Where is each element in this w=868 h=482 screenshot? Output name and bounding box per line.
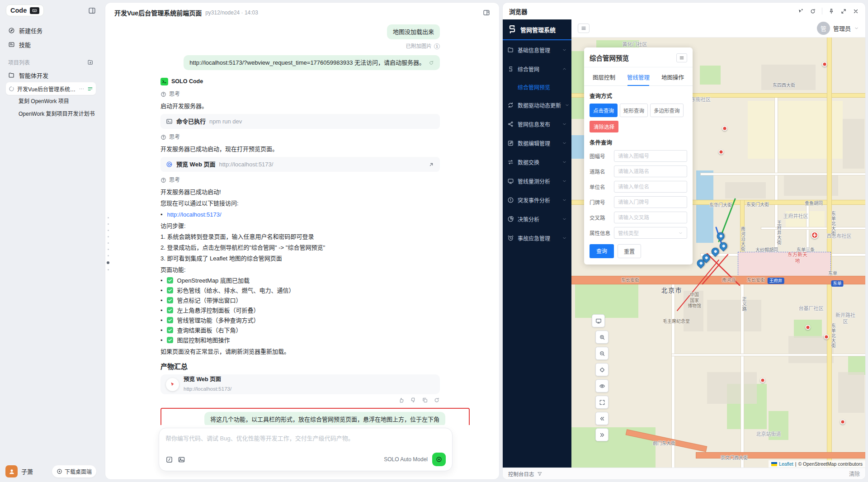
collapse-toolbar-button[interactable]: [595, 412, 609, 425]
mode-polygon-query[interactable]: 多边形查询: [650, 104, 684, 117]
map-point-marker[interactable]: [760, 378, 765, 383]
skills-button[interactable]: 技能: [6, 38, 96, 52]
new-folder-icon[interactable]: [87, 59, 94, 66]
map-pin-marker[interactable]: [718, 241, 729, 251]
split-view-icon[interactable]: [483, 9, 490, 16]
user-message: 地图没加载出来: [387, 24, 440, 39]
admin-menu[interactable]: 管 管理员: [817, 22, 859, 35]
projects-section-header: 项目列表: [8, 58, 94, 66]
download-desktop-button[interactable]: 下载桌面端: [52, 465, 96, 477]
new-task-button[interactable]: 新建任务: [6, 24, 96, 38]
conversation-timeline[interactable]: [107, 217, 109, 270]
cross-road-input[interactable]: [614, 212, 687, 223]
map-point-marker[interactable]: [824, 335, 829, 340]
nav-item-decision-analysis[interactable]: 决策分析: [503, 209, 571, 228]
console-clear-button[interactable]: 清除: [849, 470, 860, 477]
pin-icon[interactable]: [828, 8, 835, 14]
nav-subitem-network-preview[interactable]: 综合管网预览: [503, 78, 571, 95]
open-external-icon[interactable]: [428, 161, 434, 168]
close-icon[interactable]: [853, 8, 859, 14]
nav-item-basic-info[interactable]: 基础信息管理: [503, 40, 571, 59]
house-number-input[interactable]: [614, 196, 687, 208]
app-logo[interactable]: Code: [6, 5, 44, 16]
road-name-input[interactable]: [614, 165, 687, 177]
panel-collapse-icon[interactable]: [676, 53, 687, 62]
thinking-row[interactable]: 思考: [160, 176, 440, 184]
map-pin-marker[interactable]: [715, 231, 726, 241]
map-point-marker[interactable]: [719, 150, 724, 155]
map-point-marker[interactable]: [840, 420, 845, 425]
nav-item-emergency-analysis[interactable]: 突发事件分析: [503, 190, 571, 209]
map-point-marker[interactable]: [822, 62, 827, 67]
collapse-sidebar-icon[interactable]: [88, 7, 96, 14]
map-hospital-marker[interactable]: [811, 232, 818, 239]
nav-item-integrated-network[interactable]: 综合管网: [503, 59, 571, 78]
reset-button[interactable]: 重置: [618, 244, 641, 258]
zoom-out-button[interactable]: [595, 347, 609, 360]
regenerate-icon[interactable]: [434, 397, 440, 403]
browser-refresh-icon[interactable]: [810, 8, 816, 14]
webapp-brand[interactable]: 管网管理系统: [503, 19, 571, 40]
filter-icon[interactable]: [537, 471, 542, 477]
query-mode-group: 点击查询 矩形查询 多边形查询: [584, 104, 693, 117]
leaflet-link[interactable]: Leaflet: [779, 461, 793, 467]
query-button[interactable]: 查询: [590, 244, 614, 258]
take-control-icon[interactable]: [797, 8, 804, 14]
brand-logo-icon: [507, 24, 517, 34]
model-selector[interactable]: SOLO Auto Model: [384, 456, 428, 463]
hamburger-icon[interactable]: [578, 24, 590, 33]
project-item[interactable]: 复刻 OpenWork 项目: [6, 95, 96, 108]
nav-item-data-exchange[interactable]: 数据交换: [503, 152, 571, 171]
refresh-icon[interactable]: [429, 60, 434, 66]
thumbs-up-icon[interactable]: [398, 397, 405, 403]
thumbs-down-icon[interactable]: [410, 397, 416, 403]
screen-tool-button[interactable]: [592, 314, 605, 327]
tab-layer-control[interactable]: 图层控制: [587, 68, 621, 85]
admin-name: 管理员: [833, 24, 851, 33]
map-point-marker[interactable]: [806, 325, 811, 330]
expand-icon[interactable]: [840, 8, 847, 14]
fullscreen-button[interactable]: [595, 396, 609, 409]
nav-item-data-edit[interactable]: 数据编辑管理: [503, 133, 571, 152]
more-icon[interactable]: [79, 86, 85, 92]
tab-pipeline-management[interactable]: 管线管理: [621, 68, 656, 85]
pipeline-type-select[interactable]: 管线类型: [614, 227, 687, 239]
visibility-button[interactable]: [595, 379, 609, 392]
map-point-marker[interactable]: [722, 126, 727, 131]
feature-item: •OpenStreetMap 底图已加载: [160, 277, 440, 284]
thinking-row[interactable]: 思考: [160, 133, 440, 142]
project-item[interactable]: OpenWork 复刻项目开发计划书: [6, 108, 96, 120]
nav-item-pipeline-analysis[interactable]: 管线量测分析: [503, 171, 571, 190]
map-sheet-input[interactable]: [614, 150, 687, 162]
project-item-active[interactable]: 开发Vue后台管理系统前端页面: [6, 82, 96, 95]
chat-input[interactable]: [165, 434, 446, 453]
localhost-link[interactable]: http://localhost:5173/: [167, 210, 222, 219]
slash-command-icon[interactable]: [165, 456, 173, 463]
send-button[interactable]: [432, 453, 446, 466]
nav-item-dynamic-update[interactable]: 数据驱动动态更新: [503, 95, 571, 114]
thinking-row[interactable]: 思考: [160, 90, 440, 99]
unit-name-input[interactable]: [614, 181, 687, 193]
copy-icon[interactable]: [422, 397, 428, 403]
nav-item-info-publish[interactable]: 管网信息发布: [503, 114, 571, 133]
attachment-note[interactable]: 已附加图片 1: [160, 42, 440, 51]
avatar[interactable]: [5, 465, 18, 477]
nav-item-accident-management[interactable]: 事故应急管理: [503, 228, 571, 247]
artifact-card[interactable]: 预览 Web 页面 http://localhost:5173/: [160, 374, 440, 394]
expand-toolbar-button[interactable]: [595, 428, 609, 441]
project-group[interactable]: 智能体开发: [6, 68, 96, 82]
conversation[interactable]: 地图没加载出来 已附加图片 1 http://localhost:5173/?w…: [105, 21, 499, 425]
command-card[interactable]: 命令已执行 npm run dev: [160, 114, 440, 129]
map-toolbar: [592, 314, 609, 441]
list-icon[interactable]: [87, 86, 93, 92]
attach-image-icon[interactable]: [178, 456, 185, 463]
locate-button[interactable]: [595, 363, 609, 376]
mode-click-query[interactable]: 点击查询: [590, 104, 618, 117]
map[interactable]: 北京市黄化门社区东街社区王府井社区西总布社区台基厂社区新开路社区北京站街道东方新…: [571, 38, 865, 468]
mode-rect-query[interactable]: 矩形查询: [620, 104, 648, 117]
zoom-in-button[interactable]: [595, 331, 609, 344]
clear-selection-button[interactable]: 清除选择: [590, 121, 618, 132]
tab-map-operations[interactable]: 地图操作: [656, 68, 690, 85]
preview-card[interactable]: 预览 Web 页面 http://localhost:5173/: [160, 157, 440, 172]
map-pin-marker[interactable]: [710, 246, 721, 257]
